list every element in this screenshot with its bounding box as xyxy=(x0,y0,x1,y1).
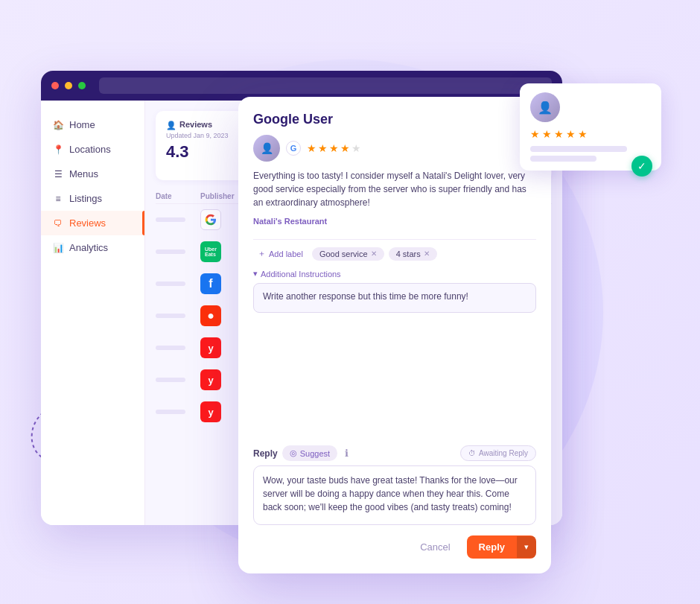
panel-divider xyxy=(253,239,536,240)
instructions-toggle[interactable]: ▾ Additional Instructions xyxy=(253,269,536,279)
row-date xyxy=(156,249,185,254)
row-date xyxy=(156,410,185,414)
float-avatar: 👤 xyxy=(530,92,560,122)
publisher-doordash: ● xyxy=(200,305,221,326)
menus-icon: ☰ xyxy=(53,169,63,179)
float-star-4: ★ xyxy=(566,128,576,140)
label-chip-remove[interactable]: ✕ xyxy=(424,249,430,258)
home-icon: 🏠 xyxy=(53,120,63,130)
listings-icon: ≡ xyxy=(53,194,63,204)
float-star-3: ★ xyxy=(554,128,564,140)
reviews-icon: 🗨 xyxy=(53,218,63,229)
suggest-icon: ◎ xyxy=(290,448,297,458)
toolbar-options-button[interactable]: ℹ xyxy=(342,446,351,460)
label-chip-4stars: 4 stars ✕ xyxy=(389,247,437,261)
float-star-2: ★ xyxy=(542,128,552,140)
panel-review-text: Everything is too tasty! I consider myse… xyxy=(253,169,536,209)
sidebar-item-menus[interactable]: ☰ Menus xyxy=(41,162,144,186)
col-date: Date xyxy=(156,192,200,200)
float-star-5: ★ xyxy=(578,128,588,140)
panel-star-1: ★ xyxy=(307,142,316,154)
panel-user-name: Google User xyxy=(253,112,536,127)
panel-labels-row: ＋ Add label Good service ✕ 4 stars ✕ xyxy=(253,246,536,261)
reviews-icon-small: 👤 xyxy=(166,121,176,130)
panel-star-5: ★ xyxy=(351,142,361,154)
panel-stars: ★ ★ ★ ★ ★ xyxy=(307,142,361,154)
sidebar-label-listings: Listings xyxy=(69,193,102,204)
sidebar-item-home[interactable]: 🏠 Home xyxy=(41,112,144,137)
sidebar-item-locations[interactable]: 📍 Locations xyxy=(41,137,144,162)
panel-star-3: ★ xyxy=(329,142,339,154)
panel-star-4: ★ xyxy=(340,142,350,154)
float-line-1 xyxy=(530,146,627,152)
label-chip-text: Good service xyxy=(319,249,368,258)
panel-restaurant: Natali's Restaurant xyxy=(253,217,536,226)
instructions-toggle-label: Additional Instructions xyxy=(261,270,341,279)
cancel-button[interactable]: Cancel xyxy=(411,537,459,557)
reply-button-label: Reply xyxy=(467,535,517,559)
maximize-dot[interactable] xyxy=(78,82,86,89)
publisher-yelp: y xyxy=(200,401,221,422)
row-date xyxy=(156,314,185,318)
plus-icon: ＋ xyxy=(258,248,266,259)
label-chip-text: 4 stars xyxy=(396,249,421,258)
suggest-button[interactable]: ◎ Suggest xyxy=(282,445,337,461)
sidebar-label-reviews: Reviews xyxy=(69,217,106,229)
chevron-icon: ▾ xyxy=(253,269,258,279)
publisher-google xyxy=(200,209,221,230)
panel-star-2: ★ xyxy=(318,142,328,154)
reviews-card-title: Reviews xyxy=(179,120,212,129)
reply-textarea[interactable]: Wow, your taste buds have great taste! T… xyxy=(253,465,536,525)
analytics-icon: 📊 xyxy=(53,243,63,253)
publisher-uber: UberEats xyxy=(200,241,221,262)
float-line-2 xyxy=(530,156,596,162)
panel-avatar: 👤 xyxy=(253,135,280,162)
reply-section: Reply ◎ Suggest ℹ ⏱ Awaiting Reply Wow, … xyxy=(253,445,536,559)
sidebar-label-home: Home xyxy=(69,119,95,130)
sidebar-label-analytics: Analytics xyxy=(69,242,108,253)
float-stars: ★ ★ ★ ★ ★ xyxy=(530,128,651,140)
suggest-label: Suggest xyxy=(300,449,330,458)
row-date xyxy=(156,346,185,350)
awaiting-reply-label: Awaiting Reply xyxy=(479,449,528,457)
publisher-yelp: y xyxy=(200,337,221,358)
additional-instructions: ▾ Additional Instructions Write another … xyxy=(253,269,536,313)
minimize-dot[interactable] xyxy=(65,82,72,89)
sidebar-item-analytics[interactable]: 📊 Analytics xyxy=(41,235,144,260)
reply-toolbar-label: Reply xyxy=(253,448,278,459)
sidebar-label-menus: Menus xyxy=(69,168,98,179)
floating-rating-card: 👤 ★ ★ ★ ★ ★ ✓ xyxy=(520,83,661,171)
reply-send-button[interactable]: Reply ▾ xyxy=(467,535,536,559)
panel-user-row: 👤 G ★ ★ ★ ★ ★ xyxy=(253,135,536,162)
label-chip-good-service: Good service ✕ xyxy=(312,247,384,261)
reply-actions: Cancel Reply ▾ xyxy=(253,535,536,559)
row-date xyxy=(156,217,185,222)
platform-icon: G xyxy=(286,141,301,156)
awaiting-reply-badge: ⏱ Awaiting Reply xyxy=(460,445,536,461)
title-bar-url xyxy=(99,77,552,94)
row-date xyxy=(156,282,185,286)
publisher-yelp: y xyxy=(200,369,221,390)
sidebar-item-reviews[interactable]: 🗨 Reviews xyxy=(41,211,144,235)
sidebar-label-locations: Locations xyxy=(69,144,111,155)
reply-panel: Google User 👤 G ★ ★ ★ ★ ★ Everything is … xyxy=(238,97,551,573)
clock-icon: ⏱ xyxy=(468,449,476,457)
sidebar-item-listings[interactable]: ≡ Listings xyxy=(41,186,144,211)
close-dot[interactable] xyxy=(51,82,59,89)
locations-icon: 📍 xyxy=(53,144,63,155)
publisher-facebook: f xyxy=(200,273,221,294)
row-date xyxy=(156,378,185,382)
instructions-text: Write another response but this time be … xyxy=(263,291,468,302)
sidebar: 🏠 Home 📍 Locations ☰ Menus ≡ Listings 🗨 … xyxy=(41,101,145,525)
float-check-icon: ✓ xyxy=(631,156,652,177)
add-label-button[interactable]: ＋ Add label xyxy=(253,246,308,261)
instructions-box: Write another response but this time be … xyxy=(253,283,536,313)
float-star-1: ★ xyxy=(530,128,540,140)
reply-toolbar: Reply ◎ Suggest ℹ ⏱ Awaiting Reply xyxy=(253,445,536,461)
title-bar xyxy=(41,71,562,101)
label-chip-remove[interactable]: ✕ xyxy=(371,249,377,258)
add-label-text: Add label xyxy=(269,249,303,258)
reply-btn-dropdown-icon[interactable]: ▾ xyxy=(517,536,536,558)
